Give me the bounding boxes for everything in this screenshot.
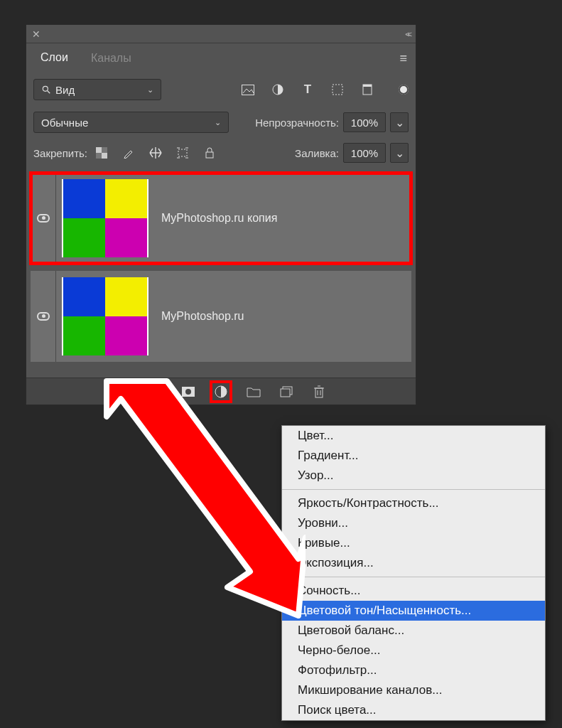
adjustment-menu-item[interactable]: Узор...	[282, 466, 545, 486]
type-filter-icon[interactable]: T	[301, 82, 315, 97]
link-icon[interactable]	[115, 384, 131, 400]
filter-row: Вид ⌄ T	[26, 73, 416, 106]
smart-filter-icon[interactable]	[360, 82, 374, 97]
layer-thumbnail[interactable]	[62, 179, 148, 257]
fill-chevron[interactable]: ⌄	[390, 143, 409, 163]
svg-rect-20	[281, 389, 290, 397]
fx-icon[interactable]: fx	[148, 384, 163, 400]
adjustment-menu-item[interactable]: Черно-белое...	[282, 641, 545, 660]
layer-row[interactable]: MyPhotoshop.ru	[31, 271, 411, 362]
filter-select-label: Вид	[55, 84, 75, 96]
layer-row[interactable]: MyPhotoshop.ru копия	[31, 173, 411, 264]
opacity-group: Непрозрачность: 100% ⌄	[255, 112, 409, 132]
svg-rect-6	[363, 85, 372, 87]
svg-line-1	[48, 91, 50, 94]
trash-icon[interactable]	[311, 384, 327, 400]
adjustment-menu-item[interactable]: Яркость/Контрастность...	[282, 493, 545, 513]
lock-position-icon[interactable]	[148, 146, 163, 160]
adjustment-filter-icon[interactable]	[271, 82, 285, 97]
blend-mode-select[interactable]: Обычные ⌄	[33, 112, 229, 133]
eye-icon	[37, 214, 50, 223]
menu-separator	[282, 577, 545, 577]
opacity-label: Непрозрачность:	[255, 117, 339, 129]
image-filter-icon[interactable]	[241, 82, 255, 97]
panel-titlebar: ✕ <<	[26, 25, 416, 43]
tab-layers[interactable]: Слои	[29, 44, 80, 73]
svg-marker-26	[107, 381, 306, 616]
group-icon[interactable]	[246, 384, 261, 400]
lock-pixels-icon[interactable]	[121, 146, 136, 160]
layer-filter-select[interactable]: Вид ⌄	[33, 79, 161, 100]
panel-tabs: Слои Каналы ≡	[26, 43, 416, 73]
svg-rect-21	[315, 388, 323, 397]
new-icon[interactable]	[279, 384, 294, 400]
tab-channels[interactable]: Каналы	[80, 45, 143, 72]
svg-rect-8	[96, 147, 102, 153]
opacity-chevron[interactable]: ⌄	[390, 112, 409, 132]
layer-thumbnail[interactable]	[62, 277, 148, 355]
menu-separator	[282, 489, 545, 490]
layers-bottom-bar: fx	[26, 378, 416, 405]
adjustment-menu-item[interactable]: Градиент...	[282, 446, 545, 466]
search-icon	[41, 85, 51, 95]
adjustment-icon[interactable]	[213, 384, 229, 400]
adjustment-menu-item[interactable]: Поиск цвета...	[282, 700, 545, 720]
filter-toggle-icon[interactable]	[399, 85, 409, 95]
filter-type-icons: T	[241, 82, 409, 97]
layers-list: MyPhotoshop.ru копия MyPhotoshop.ru	[26, 170, 416, 378]
lock-icons	[94, 146, 217, 160]
adjustment-menu-item[interactable]: Экспозиция...	[282, 553, 545, 573]
visibility-toggle[interactable]	[31, 173, 56, 264]
svg-point-17	[185, 389, 191, 395]
svg-point-0	[43, 86, 48, 91]
adjustment-menu-item[interactable]: Кривые...	[282, 533, 545, 553]
svg-rect-15	[206, 152, 213, 158]
svg-rect-9	[102, 153, 107, 159]
fill-value[interactable]: 100%	[343, 143, 386, 163]
eye-icon	[37, 312, 50, 321]
lock-row: Закрепить: Заливка: 100% ⌄	[26, 139, 416, 170]
adjustment-menu-item[interactable]: Цветовой тон/Насыщенность...	[282, 601, 545, 621]
lock-label: Закрепить:	[33, 147, 87, 159]
layer-name[interactable]: MyPhotoshop.ru копия	[161, 212, 277, 225]
lock-all-icon[interactable]	[202, 146, 217, 160]
shape-filter-icon[interactable]	[330, 82, 345, 97]
blend-row: Обычные ⌄ Непрозрачность: 100% ⌄	[26, 106, 416, 139]
lock-transparency-icon[interactable]	[94, 146, 109, 160]
adjustment-menu-item[interactable]: Микширование каналов...	[282, 680, 545, 700]
layer-name[interactable]: MyPhotoshop.ru	[161, 310, 244, 323]
adjustment-menu-item[interactable]: Цвет...	[282, 426, 545, 446]
adjustment-menu-item[interactable]: Уровни...	[282, 513, 545, 533]
fill-label: Заливка:	[295, 147, 339, 159]
svg-rect-4	[333, 85, 342, 95]
blend-mode-label: Обычные	[41, 117, 88, 129]
lock-artboard-icon[interactable]	[175, 146, 190, 160]
collapse-icon[interactable]: <<	[405, 30, 410, 38]
svg-rect-10	[178, 149, 187, 156]
fill-group: Заливка: 100% ⌄	[295, 143, 409, 163]
opacity-value[interactable]: 100%	[343, 112, 386, 132]
chevron-down-icon: ⌄	[147, 85, 153, 95]
chevron-down-icon: ⌄	[215, 118, 221, 127]
annotation-arrow	[85, 374, 306, 630]
adjustment-menu-item[interactable]: Цветовой баланс...	[282, 621, 545, 641]
close-icon[interactable]: ✕	[32, 28, 40, 40]
adjustment-menu-item[interactable]: Фотофильтр...	[282, 660, 545, 680]
adjustment-menu: Цвет...Градиент...Узор...Яркость/Контрас…	[281, 425, 546, 721]
layers-panel: ✕ << Слои Каналы ≡ Вид ⌄ T Обычные ⌄	[26, 24, 416, 405]
adjustment-menu-item[interactable]: Сочность...	[282, 581, 545, 601]
mask-icon[interactable]	[180, 384, 196, 400]
visibility-toggle[interactable]	[31, 271, 56, 362]
panel-menu-icon[interactable]: ≡	[399, 51, 413, 66]
